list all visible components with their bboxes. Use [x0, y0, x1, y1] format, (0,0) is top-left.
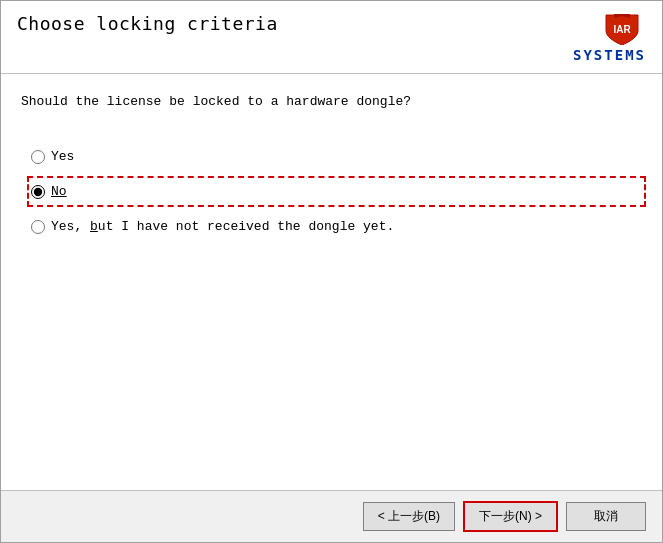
radio-yes-label[interactable]: Yes [51, 149, 74, 164]
dialog-title: Choose locking criteria [17, 13, 278, 34]
radio-group: Yes No Yes, but I have not received the … [21, 139, 642, 244]
content-area: Should the license be locked to a hardwa… [1, 74, 662, 490]
iar-logo: IAR [598, 13, 646, 45]
radio-item-no[interactable]: No [31, 174, 642, 209]
question-text: Should the license be locked to a hardwa… [21, 94, 642, 109]
cancel-button[interactable]: 取消 [566, 502, 646, 531]
next-button[interactable]: 下一步(N) > [463, 501, 558, 532]
svg-text:IAR: IAR [613, 24, 631, 35]
radio-no[interactable] [31, 185, 45, 199]
header: Choose locking criteria IAR SYSTEMS [1, 1, 662, 74]
radio-yes-not-received-label[interactable]: Yes, but I have not received the dongle … [51, 219, 394, 234]
logo-text: SYSTEMS [573, 47, 646, 63]
dialog: Choose locking criteria IAR SYSTEMS Shou… [0, 0, 663, 543]
radio-item-yes-not-received[interactable]: Yes, but I have not received the dongle … [31, 209, 642, 244]
iar-logo-svg: IAR [598, 13, 646, 45]
footer: < 上一步(B) 下一步(N) > 取消 [1, 490, 662, 542]
radio-yes[interactable] [31, 150, 45, 164]
radio-no-label[interactable]: No [51, 184, 67, 199]
radio-item-yes[interactable]: Yes [31, 139, 642, 174]
radio-yes-not-received[interactable] [31, 220, 45, 234]
logo-container: IAR SYSTEMS [573, 13, 646, 63]
back-button[interactable]: < 上一步(B) [363, 502, 455, 531]
